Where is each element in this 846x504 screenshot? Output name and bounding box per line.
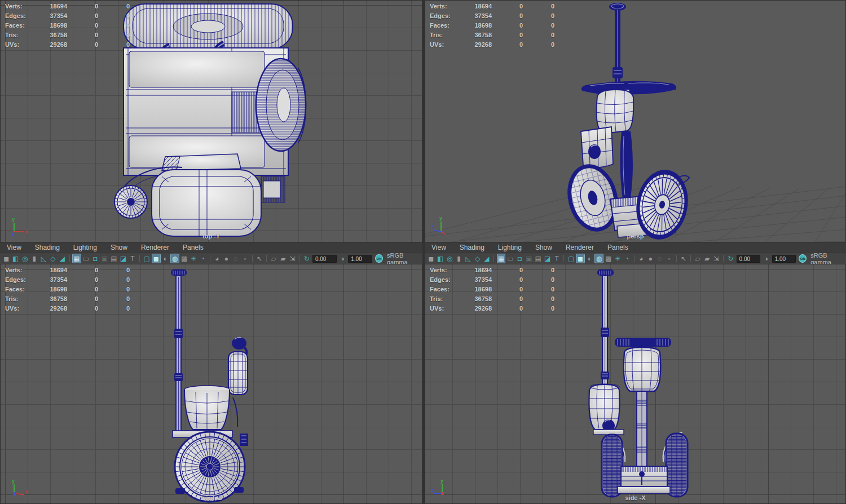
image-plane-icon[interactable]: ◪: [119, 254, 128, 263]
stat-value: 36758: [46, 294, 67, 304]
camera-lock-icon[interactable]: ◧: [436, 254, 444, 263]
menu-panels[interactable]: Panels: [601, 242, 635, 253]
snapshot-add-icon[interactable]: ▰: [703, 254, 711, 263]
menu-renderer[interactable]: Renderer: [559, 242, 601, 253]
bookmark-icon[interactable]: ▮: [30, 254, 39, 263]
exposure-icon[interactable]: ↻: [302, 254, 311, 263]
camera-orbit-icon[interactable]: ◎: [21, 254, 30, 263]
shaded-mode-icon[interactable]: ◼: [576, 254, 585, 263]
pan-zoom-icon[interactable]: ▪: [665, 254, 673, 263]
menu-renderer[interactable]: Renderer: [134, 242, 176, 253]
wireframe-mode-icon[interactable]: ▢: [567, 254, 575, 263]
stat-row: UVs:2926800: [5, 304, 130, 313]
film-gate-icon[interactable]: ▭: [506, 254, 514, 263]
shaded-mode-icon[interactable]: ◼: [152, 254, 161, 263]
exposure-field[interactable]: 0.00: [312, 255, 337, 263]
grease-pencil-icon[interactable]: ◺: [464, 254, 472, 263]
viewport-label: front -Z: [1, 494, 422, 501]
stat-value: 29268: [46, 40, 67, 50]
motion-blur-icon[interactable]: ◌: [231, 254, 240, 263]
menu-view[interactable]: View: [0, 242, 28, 253]
panel-menu-strip: ViewShadingLightingShowRendererPanels ◼◧…: [0, 242, 846, 264]
resolution-gate-icon[interactable]: ◘: [91, 254, 100, 263]
pan-zoom-icon[interactable]: ▪: [241, 254, 250, 263]
menu-lighting[interactable]: Lighting: [491, 242, 528, 253]
snapshot-icon[interactable]: ▱: [693, 254, 702, 263]
contrast-icon[interactable]: ◑: [338, 254, 347, 263]
menu-view[interactable]: View: [425, 242, 453, 253]
stat-value: 0: [492, 2, 523, 11]
menu-show[interactable]: Show: [104, 242, 134, 253]
gate-mask-icon[interactable]: ▣: [525, 254, 533, 263]
snapshot-icon[interactable]: ▱: [270, 254, 279, 263]
stat-value: 0: [67, 2, 98, 11]
snapshot-add-icon[interactable]: ▰: [279, 254, 288, 263]
textured-mode-icon[interactable]: ▩: [180, 254, 189, 263]
stat-label: Tris:: [430, 30, 470, 40]
image-plane-icon[interactable]: ◪: [543, 254, 552, 263]
move-manipulator-icon[interactable]: ◇: [473, 254, 482, 263]
sculpt-tool-icon[interactable]: ◢: [58, 254, 67, 263]
exposure-icon[interactable]: ↻: [726, 254, 735, 263]
field-chart-icon[interactable]: ▤: [534, 254, 543, 263]
stat-row: Edges:3735400: [430, 275, 554, 285]
move-manipulator-icon[interactable]: ◇: [49, 254, 58, 263]
camcorder-icon[interactable]: ◼: [427, 254, 435, 263]
menu-shading[interactable]: Shading: [453, 242, 491, 253]
texture-view-icon[interactable]: T: [552, 254, 561, 263]
sculpt-tool-icon[interactable]: ◢: [482, 254, 491, 263]
color-management-toggle[interactable]: ON: [799, 254, 807, 263]
menu-lighting[interactable]: Lighting: [67, 242, 104, 253]
viewport-top[interactable]: Verts:1869400Edges:3735400Faces:1869800T…: [0, 0, 422, 242]
exposure-field[interactable]: 0.00: [737, 255, 761, 263]
anti-alias-icon[interactable]: ●: [646, 254, 655, 263]
shadows-icon[interactable]: ◔: [199, 254, 208, 263]
stat-value: 0: [492, 11, 523, 21]
ambient-occlusion-icon[interactable]: ◕: [637, 254, 645, 263]
stat-value: 18694: [46, 266, 67, 275]
wireframe-on-shaded-icon[interactable]: ◍: [170, 254, 179, 263]
grease-pencil-icon[interactable]: ◺: [39, 254, 49, 263]
color-management-toggle[interactable]: ON: [375, 254, 383, 263]
contrast-icon[interactable]: ◑: [762, 254, 770, 263]
camera-lock-icon[interactable]: ◧: [11, 254, 20, 263]
wireframe-mode-icon[interactable]: ▢: [142, 254, 151, 263]
stat-value: 18698: [46, 285, 67, 294]
bookmark-icon[interactable]: ▮: [455, 254, 463, 263]
svg-text:z: z: [431, 224, 434, 229]
camera-orbit-icon[interactable]: ◎: [445, 254, 453, 263]
lights-icon[interactable]: ☀: [613, 254, 622, 263]
viewport-side[interactable]: Verts:1869400Edges:3735400Faces:1869800T…: [425, 264, 846, 504]
wireframe-on-shaded-icon[interactable]: ◍: [594, 254, 603, 263]
menu-show[interactable]: Show: [528, 242, 559, 253]
field-chart-icon[interactable]: ▤: [109, 254, 118, 263]
motion-blur-icon[interactable]: ◌: [655, 254, 664, 263]
toolbar-separator: [690, 255, 691, 262]
resize-view-icon[interactable]: ⇲: [712, 254, 720, 263]
material-mode-icon[interactable]: ◐: [585, 254, 594, 263]
shadows-icon[interactable]: ◔: [623, 254, 631, 263]
ambient-occlusion-icon[interactable]: ◕: [213, 254, 222, 263]
gamma-field[interactable]: 1.00: [772, 255, 796, 263]
stat-label: Faces:: [430, 285, 470, 294]
resize-view-icon[interactable]: ⇲: [288, 254, 297, 263]
textured-mode-icon[interactable]: ▩: [604, 254, 613, 263]
viewport-persp[interactable]: Verts:1869400Edges:3735400Faces:1869800T…: [425, 0, 846, 242]
isolate-select-icon[interactable]: ↖: [679, 254, 688, 263]
material-mode-icon[interactable]: ◐: [161, 254, 170, 263]
gamma-field[interactable]: 1.00: [348, 255, 372, 263]
texture-view-icon[interactable]: T: [128, 254, 137, 263]
viewport-front[interactable]: Verts:1869400Edges:3735400Faces:1869800T…: [0, 264, 422, 504]
film-gate-icon[interactable]: ▭: [82, 254, 91, 263]
grid-toggle-icon[interactable]: ▦: [497, 254, 506, 263]
camcorder-icon[interactable]: ◼: [2, 254, 11, 263]
gate-mask-icon[interactable]: ▣: [100, 254, 109, 263]
lights-icon[interactable]: ☀: [189, 254, 198, 263]
menu-panels[interactable]: Panels: [176, 242, 210, 253]
anti-alias-icon[interactable]: ●: [222, 254, 231, 263]
menu-shading[interactable]: Shading: [28, 242, 67, 253]
resolution-gate-icon[interactable]: ◘: [515, 254, 524, 263]
grid-toggle-icon[interactable]: ▦: [72, 254, 81, 263]
stat-label: Faces:: [5, 21, 46, 30]
isolate-select-icon[interactable]: ↖: [255, 254, 264, 263]
